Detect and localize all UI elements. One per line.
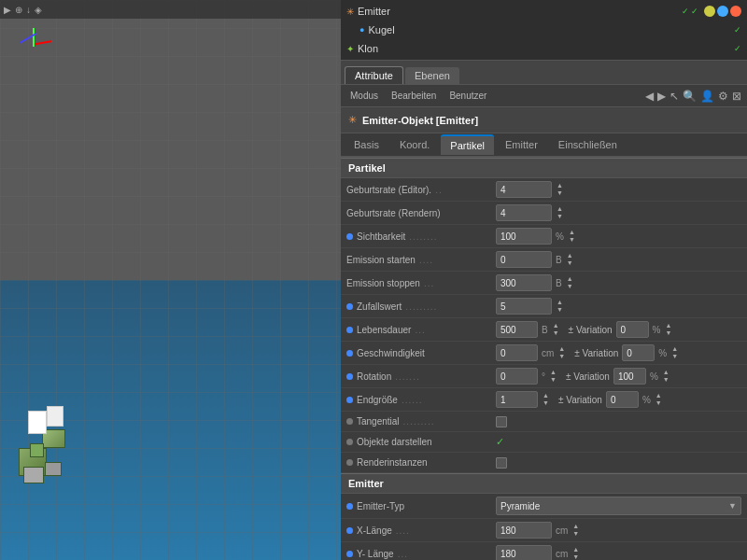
zufallswert-spin[interactable]: ▲▼ [557,299,563,314]
endgroesse-label: Endgröße [357,395,398,405]
prop-zufallswert: Zufallswert ......... ▲▼ [341,295,747,318]
geschwindigkeit-variation-input[interactable] [622,344,655,361]
x-laenge-dot [346,527,353,534]
emission-stoppen-unit: B [556,278,562,288]
sichtbarkeit-spin[interactable]: ▲▼ [569,229,575,244]
x-laenge-input[interactable] [496,522,552,539]
main-tab-bar: Attribute Ebenen [341,61,747,85]
toolbar-icons: ◀ ▶ ↖ 🔍 👤 ⚙ ⊠ [645,90,741,103]
renderinstanzen-label: Renderinstanzen [357,457,428,468]
user-icon[interactable]: 👤 [700,90,714,103]
sichtbarkeit-label: Sichtbarkeit [357,231,405,242]
tab-attribute[interactable]: Attribute [345,66,403,84]
tangential-checkbox[interactable] [496,416,507,427]
sphere-icon: ● [359,25,364,35]
viewport-icon-3: ↓ [26,5,31,15]
y-laenge-input[interactable] [496,545,552,560]
objekte-darstellen-label: Objekte darstellen [357,437,432,447]
object-name-bar: ✳ Emitter-Objekt [Emitter] [341,107,747,133]
zufallswert-label: Zufallswert [357,301,402,312]
kugel-status: ✓ [734,25,741,35]
geburtsrate-editor-spin[interactable]: ▲▼ [557,182,563,197]
viewport-3d[interactable]: ▶ ⊕ ↓ ◈ [0,0,341,560]
cursor-icon[interactable]: ↖ [669,90,679,103]
prop-emitter-typ: Emitter-Typ Pyramide ▼ [341,494,747,519]
emitter-typ-label: Emitter-Typ [357,501,404,511]
endgroesse-input[interactable] [496,391,538,408]
geburtsrate-editor-input[interactable] [496,181,552,198]
lebensdauer-input[interactable] [496,321,538,338]
rotation-input[interactable] [496,368,538,385]
properties-area: Partikel Geburtsrate (Editor). .. ▲▼ Geb… [341,158,747,560]
nav-left-icon[interactable]: ◀ [645,90,654,103]
geburtsrate-rendern-spin[interactable]: ▲▼ [557,205,563,220]
emission-stoppen-spin[interactable]: ▲▼ [567,275,573,290]
axis-indicator [19,28,56,65]
search-icon[interactable]: 🔍 [683,90,697,103]
renderinstanzen-dot [346,459,353,466]
toolbar-modus[interactable]: Modus [346,89,382,103]
axis-y [33,28,35,47]
properties-panel: ✳ Emitter ✓ ✓ ● Kugel ✓ ✦ Klon ✓ [341,0,747,560]
prop-emission-stoppen: Emission stoppen ... B ▲▼ [341,272,747,295]
subtab-koord[interactable]: Koord. [390,135,439,154]
prop-geburtsrate-editor: Geburtsrate (Editor). .. ▲▼ [341,178,747,202]
subtab-basis[interactable]: Basis [345,135,388,154]
section-emitter: Emitter [341,473,747,494]
prop-y-laenge: Y- Länge ... cm ▲▼ [341,542,747,560]
list-item-klon[interactable]: ✦ Klon ✓ [341,39,747,58]
klon-status: ✓ [734,44,741,53]
viewport-icon-2: ⊕ [15,5,22,15]
toolbar-benutzer[interactable]: Benutzer [445,89,490,103]
emitter-typ-dropdown[interactable]: Pyramide ▼ [496,497,741,515]
prop-endgroesse: Endgröße ...... ▲▼ ± Variation % ▲▼ [341,388,747,412]
prop-emission-starten: Emission starten .... B ▲▼ [341,248,747,272]
endgroesse-variation-input[interactable] [606,391,639,408]
y-laenge-label: Y- Länge [357,549,394,559]
prop-x-laenge: X-Länge .... cm ▲▼ [341,519,747,542]
renderinstanzen-checkbox[interactable] [496,457,507,469]
prop-objekte-darstellen: Objekte darstellen ✓ [341,432,747,453]
prop-sichtbarkeit: Sichtbarkeit ........ % ▲▼ [341,225,747,248]
objekte-darstellen-check[interactable]: ✓ [496,436,504,448]
emission-stoppen-input[interactable] [496,274,552,291]
section-partikel: Partikel [341,158,747,178]
attribute-toolbar: Modus Bearbeiten Benutzer ◀ ▶ ↖ 🔍 👤 ⚙ ⊠ [341,85,747,107]
axis-x [33,40,51,45]
emitter-status: ✓ ✓ [682,6,741,17]
zufallswert-dot [346,303,353,310]
endgroesse-dot [346,397,353,403]
lebensdauer-variation-label: ± Variation [569,325,613,335]
geschwindigkeit-input[interactable] [496,344,538,361]
list-item-kugel[interactable]: ● Kugel ✓ [341,21,747,39]
viewport-icon-4: ◈ [35,5,42,15]
subtab-partikel[interactable]: Partikel [441,134,494,155]
emission-starten-spin[interactable]: ▲▼ [567,252,573,267]
tab-ebenen[interactable]: Ebenen [405,67,459,84]
viewport-toolbar: ▶ ⊕ ↓ ◈ [0,0,341,19]
geburtsrate-rendern-input[interactable] [496,204,552,221]
list-item-emitter[interactable]: ✳ Emitter ✓ ✓ [341,2,747,21]
dropdown-arrow: ▼ [728,501,737,511]
toolbar-bearbeiten[interactable]: Bearbeiten [388,89,440,103]
clone-icon: ✦ [346,44,354,54]
settings-icon[interactable]: ⚙ [718,90,728,103]
rotation-variation-input[interactable] [613,368,646,385]
emission-starten-input[interactable] [496,251,552,268]
emitter-icon: ✳ [346,7,354,17]
zufallswert-input[interactable] [496,298,552,315]
rotation-variation-label: ± Variation [566,371,610,382]
object-list: ✳ Emitter ✓ ✓ ● Kugel ✓ ✦ Klon ✓ [341,0,747,61]
subtab-einschliessen[interactable]: Einschließen [549,135,627,154]
lebensdauer-variation-input[interactable] [616,321,649,338]
nav-right-icon[interactable]: ▶ [657,90,666,103]
icon-red [730,6,741,17]
geburtsrate-rendern-label: Geburtsrate (Rendern) [346,208,441,218]
sichtbarkeit-input[interactable] [496,228,552,245]
tangential-dot [346,418,353,425]
y-laenge-dot [346,551,353,557]
subtab-emitter[interactable]: Emitter [496,135,547,154]
x-laenge-label: X-Länge [357,525,392,536]
sub-tab-bar: Basis Koord. Partikel Emitter Einschließ… [341,133,747,158]
expand-icon[interactable]: ⊠ [732,90,741,103]
